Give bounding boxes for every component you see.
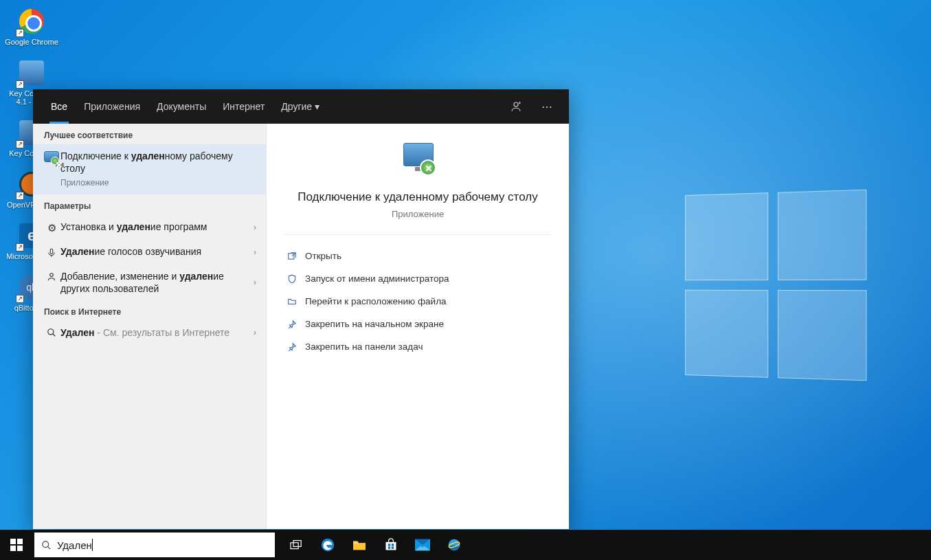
tab-other[interactable]: Другие ▾ <box>273 89 328 124</box>
svg-rect-14 <box>392 547 394 549</box>
search-tabs: Все Приложения Документы Интернет Другие… <box>33 89 569 124</box>
svg-point-2 <box>50 273 54 277</box>
action-label: Запуск от имени администратора <box>305 273 449 284</box>
start-button[interactable] <box>0 530 33 560</box>
result-text: Подключение к удаленному рабочему столу <box>60 150 233 174</box>
shield-icon <box>287 274 305 284</box>
task-view-button[interactable] <box>280 530 312 560</box>
desktop: ↗ Google Chrome ↗ Key Collector 4.1 - Te… <box>0 0 931 560</box>
gear-icon: ⚙ <box>43 221 60 234</box>
windows-wallpaper-logo <box>685 190 866 381</box>
folder-icon <box>287 297 305 306</box>
result-uninstall-programs[interactable]: ⚙ Установка и удаление программ › <box>33 215 266 240</box>
result-subtext: Приложение <box>60 177 251 189</box>
search-input-value: Удален <box>57 539 92 551</box>
chevron-right-icon: › <box>254 328 256 337</box>
more-icon[interactable]: ⋯ <box>535 100 559 113</box>
person-icon <box>43 270 60 282</box>
taskbar-ie[interactable] <box>438 530 470 560</box>
chevron-right-icon: › <box>254 223 256 232</box>
svg-rect-10 <box>386 542 396 550</box>
taskbar-explorer[interactable] <box>344 530 375 560</box>
web-search-header: Поиск в Интернете <box>33 300 266 321</box>
best-match-header: Лучшее соответствие <box>33 124 266 144</box>
action-pin-taskbar[interactable]: Закрепить на панели задач <box>284 335 551 358</box>
action-open-location[interactable]: Перейти к расположению файла <box>284 290 551 313</box>
action-open[interactable]: Открыть <box>284 245 551 267</box>
chevron-down-icon: ▾ <box>315 101 319 112</box>
action-pin-start[interactable]: Закрепить на начальном экране <box>284 313 551 335</box>
svg-point-3 <box>48 329 54 335</box>
svg-rect-7 <box>293 541 301 547</box>
svg-rect-4 <box>289 253 294 258</box>
svg-rect-13 <box>388 547 390 549</box>
action-run-admin[interactable]: Запуск от имени администратора <box>284 267 551 290</box>
taskbar-search-box[interactable]: Удален <box>34 533 275 557</box>
action-label: Перейти к расположению файла <box>305 296 447 306</box>
desktop-icon-label: Google Chrome <box>5 38 58 46</box>
chevron-right-icon: › <box>254 278 256 287</box>
params-header: Параметры <box>33 194 266 215</box>
result-remove-voices[interactable]: Удаление голосов озвучивания › <box>33 240 266 265</box>
pin-icon <box>287 320 305 329</box>
search-icon <box>43 326 60 337</box>
remote-desktop-icon <box>43 150 60 165</box>
svg-point-5 <box>43 541 49 547</box>
windows-logo-icon <box>10 539 23 551</box>
search-results-left: Лучшее соответствие Подключение к удален… <box>33 124 267 529</box>
preview-app-icon <box>394 140 442 181</box>
search-preview-right: Подключение к удаленному рабочему столу … <box>267 124 569 529</box>
taskbar-store[interactable] <box>375 530 407 560</box>
result-web-search[interactable]: Удален - См. результаты в Интернете › <box>33 321 266 344</box>
svg-point-0 <box>514 102 518 107</box>
desktop-icon-chrome[interactable]: ↗ Google Chrome <box>4 7 59 46</box>
taskbar-mail[interactable] <box>407 530 438 560</box>
tab-docs[interactable]: Документы <box>148 89 214 124</box>
open-icon <box>287 251 305 261</box>
preview-title: Подключение к удаленному рабочему столу <box>284 190 551 205</box>
feedback-icon[interactable] <box>510 100 535 113</box>
preview-subtitle: Приложение <box>284 209 551 219</box>
action-label: Закрепить на панели задач <box>305 341 423 352</box>
svg-rect-1 <box>50 249 53 254</box>
tab-apps[interactable]: Приложения <box>76 89 148 124</box>
result-remote-desktop[interactable]: Подключение к удаленному рабочему столу … <box>33 144 266 194</box>
tab-other-label: Другие <box>281 101 312 112</box>
svg-rect-6 <box>291 543 298 549</box>
tab-internet[interactable]: Интернет <box>214 89 273 124</box>
svg-rect-12 <box>392 544 394 546</box>
action-label: Открыть <box>305 251 341 261</box>
start-search-panel: Все Приложения Документы Интернет Другие… <box>33 89 569 529</box>
taskbar-edge[interactable] <box>312 530 344 560</box>
svg-rect-11 <box>388 544 390 546</box>
result-remove-users[interactable]: Добавление, изменение и удаление других … <box>33 265 266 300</box>
search-icon <box>41 540 52 550</box>
action-label: Закрепить на начальном экране <box>305 319 444 329</box>
chevron-right-icon: › <box>254 247 256 257</box>
svg-rect-9 <box>353 544 366 550</box>
taskbar: Удален <box>0 530 931 560</box>
pin-icon <box>287 342 305 352</box>
microphone-icon <box>43 245 60 259</box>
tab-all[interactable]: Все <box>43 89 76 124</box>
